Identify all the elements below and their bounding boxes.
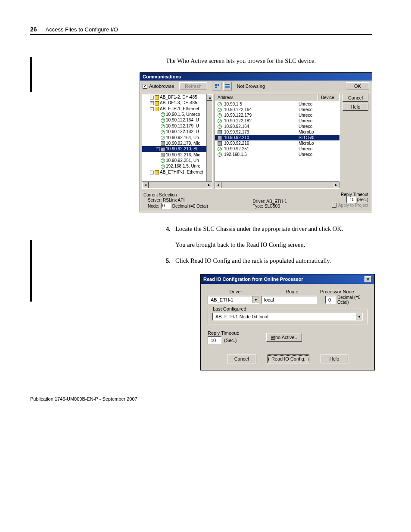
scroll-right-button[interactable]: ► — [333, 182, 339, 188]
svg-rect-4 — [225, 86, 230, 87]
cancel-button[interactable]: Cancel — [342, 94, 368, 102]
device-icon — [218, 136, 222, 140]
server-label: Server: — [148, 198, 162, 202]
device-list-row[interactable]: ?192.168.1.5Unreco — [215, 152, 339, 157]
view-large-icons-button[interactable] — [213, 82, 221, 90]
expand-toggle[interactable]: - — [150, 107, 154, 111]
node-label: Node: — [148, 204, 159, 208]
address-column-header[interactable]: Address — [215, 94, 318, 101]
unknown-device-icon: ? — [218, 124, 222, 129]
device-list-row[interactable]: ?10.90.1.5Unreco — [215, 101, 339, 107]
tree-node[interactable]: -AB_ETH-1, Ethernet — [142, 106, 212, 112]
svg-rect-0 — [215, 84, 217, 86]
tree-node[interactable]: +AB_DF1-2, DH-485 — [142, 94, 212, 100]
network-tree[interactable]: +AB_DF1-2, DH-485+AB_DF1-3, DH-485-AB_ET… — [142, 94, 213, 189]
tree-node[interactable]: ?10.90.1.5, Unreco — [142, 112, 212, 117]
processor-node-value: 0 — [326, 297, 335, 302]
refresh-button[interactable]: Refresh — [179, 82, 207, 90]
step-5: 5. Click Read IO Config and the rack is … — [166, 256, 372, 265]
driver-select[interactable]: AB_ETH-1 ▼ — [208, 296, 259, 304]
dialog-titlebar[interactable]: Communications — [140, 73, 372, 81]
help-button[interactable]: Help — [321, 355, 349, 363]
scroll-left-button[interactable]: ◄ — [142, 182, 149, 188]
reply-timeout-input[interactable]: 10 — [346, 197, 356, 203]
device-list-row[interactable]: 10.90.92.216MicroLo — [215, 140, 339, 146]
svg-rect-1 — [218, 84, 219, 86]
expand-toggle[interactable]: + — [150, 101, 154, 105]
dropdown-arrow-icon[interactable]: ▼ — [252, 296, 259, 303]
cancel-button[interactable]: Cancel — [227, 355, 256, 363]
last-configured-label: Last Configured: — [212, 306, 249, 311]
last-configured-select[interactable]: AB_ETH-1 Node 0d local ▼ — [212, 313, 363, 320]
device-list-row[interactable]: ?10.90.122.179Unreco — [215, 112, 339, 118]
tree-node-label: 10.90.92.210, SL — [166, 146, 199, 151]
device-type: Unreco — [297, 118, 312, 123]
device-address: 10.90.92.251 — [224, 146, 249, 151]
reply-timeout-unit: (Sec.) — [224, 338, 237, 343]
processor-node-label: Processor Node: — [320, 289, 367, 294]
close-button[interactable]: ✕ — [364, 276, 371, 282]
unknown-device-icon: ? — [161, 112, 165, 117]
device-list[interactable]: Address Device ?10.90.1.5Unreco?10.90.12… — [215, 94, 340, 189]
device-type: Unreco — [297, 124, 312, 129]
processor-node-format: Decimal (=0 Octal) — [337, 295, 367, 305]
tree-node-label: 10.90.92.251, Un — [166, 158, 199, 163]
unknown-device-icon: ? — [161, 130, 165, 134]
tree-node[interactable]: ?10.90.122.164, U — [142, 117, 212, 123]
tree-node-label: AB_DF1-3, DH-485 — [160, 100, 197, 105]
device-list-row[interactable]: 10.90.92.179MicroLo — [215, 129, 339, 135]
reply-timeout-input[interactable]: 10 — [208, 336, 221, 344]
tree-node[interactable]: 10.90.92.216, Mic — [142, 152, 212, 158]
device-list-row[interactable]: ?10.90.92.251Unreco — [215, 146, 339, 152]
route-value: local — [262, 297, 317, 302]
tree-node[interactable]: ?192.168.1.5, Unre — [142, 163, 212, 169]
tree-node[interactable]: +AB_ETHIP-1, Ethernet — [142, 169, 212, 175]
read-io-config-button[interactable]: Read IO Config. — [268, 355, 309, 363]
help-button[interactable]: Help — [342, 103, 368, 111]
scroll-left-button[interactable]: ◄ — [215, 182, 221, 188]
tree-node[interactable]: ?10.90.92.251, Un — [142, 158, 212, 163]
list-horizontal-scrollbar[interactable]: ◄ ► — [215, 181, 339, 188]
device-column-header[interactable]: Device — [318, 94, 339, 101]
device-list-row[interactable]: ?10.90.122.182Unreco — [215, 118, 339, 124]
device-type: Unreco — [297, 152, 312, 157]
tree-node[interactable]: ?10.90.122.182, U — [142, 129, 212, 134]
processor-node-input[interactable]: 0 — [325, 296, 336, 304]
device-address: 10.90.92.164 — [224, 124, 249, 129]
device-list-row[interactable]: 10.90.92.210SLC-5/0 — [215, 135, 339, 140]
scroll-right-button[interactable]: ► — [206, 182, 212, 188]
device-address: 10.90.122.179 — [224, 113, 252, 118]
tree-vertical-scrollbar[interactable]: ▲ — [206, 94, 212, 181]
tree-node[interactable]: 10.90.92.179, Mic — [142, 140, 212, 146]
tree-node[interactable]: ?10.90.92.164, Un — [142, 135, 212, 140]
device-list-row[interactable]: ?10.90.92.164Unreco — [215, 124, 339, 129]
autobrowse-checkbox[interactable]: ✔ — [143, 84, 147, 89]
device-list-row[interactable]: ?10.90.122.164Unreco — [215, 107, 339, 112]
tree-node[interactable]: +AB_DF1-3, DH-485 — [142, 100, 212, 106]
expand-toggle[interactable]: + — [156, 147, 160, 151]
expand-toggle[interactable]: + — [150, 171, 154, 174]
last-configured-value: AB_ETH-1 Node 0d local — [213, 314, 356, 319]
scroll-up-button[interactable]: ▲ — [207, 94, 213, 101]
unknown-device-icon: ? — [218, 147, 222, 151]
tree-horizontal-scrollbar[interactable]: ◄ ► — [142, 181, 212, 188]
type-label: Type: — [253, 204, 263, 208]
node-input[interactable]: 0 — [161, 203, 171, 209]
tree-node-label: 10.90.122.182, U — [166, 129, 199, 134]
section-title: Access Files to Configure I/O — [46, 26, 118, 33]
tree-node[interactable]: ?10.90.122.179, U — [142, 123, 212, 129]
tree-node[interactable]: +10.90.92.210, SL — [142, 146, 212, 152]
svg-rect-5 — [225, 87, 230, 88]
route-input[interactable]: local — [261, 296, 317, 304]
ok-button[interactable]: OK — [346, 82, 369, 90]
view-list-button[interactable] — [223, 82, 232, 90]
tree-node-label: 10.90.92.179, Mic — [166, 141, 200, 146]
tree-node-label: 10.90.1.5, Unreco — [166, 112, 200, 117]
reply-timeout-label: Reply Timeout — [332, 192, 368, 197]
dialog-titlebar[interactable]: Read IO Configration from Online Process… — [201, 274, 374, 284]
route-heading: Route — [264, 289, 321, 294]
expand-toggle[interactable]: + — [150, 96, 154, 100]
dropdown-arrow-icon[interactable]: ▼ — [356, 313, 362, 320]
who-active-button[interactable]: Who Active.. — [266, 333, 302, 342]
device-address: 10.90.92.179 — [224, 130, 249, 134]
